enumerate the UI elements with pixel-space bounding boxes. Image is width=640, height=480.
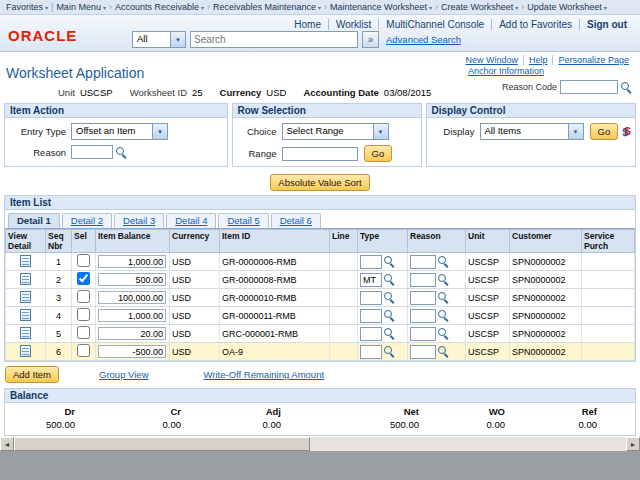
worklist-link[interactable]: Worklist [328, 19, 378, 30]
select-checkbox[interactable] [77, 290, 90, 303]
view-detail-icon[interactable] [20, 255, 31, 267]
type-input[interactable] [360, 255, 382, 269]
breadcrumb-item-accounts-receivable[interactable]: Accounts Receivable▾ [115, 2, 204, 12]
view-detail-icon[interactable] [20, 291, 31, 303]
search-scope-select[interactable]: All ▼ [132, 31, 186, 48]
item-action-reason-input[interactable] [71, 145, 113, 159]
col-line: Line [330, 230, 358, 253]
search-go-button[interactable]: » [362, 31, 379, 48]
type-lookup-icon[interactable] [384, 310, 395, 321]
type-lookup-icon[interactable] [384, 274, 395, 285]
view-detail-icon[interactable] [20, 273, 31, 285]
add-item-button[interactable]: Add Item [5, 366, 59, 383]
service-cell [582, 289, 635, 307]
breadcrumb-label: Main Menu [56, 2, 101, 12]
search-input[interactable] [190, 31, 358, 48]
display-select[interactable]: All Items ▼ [480, 123, 584, 140]
breadcrumb-item-update-worksheet[interactable]: Update Worksheet▾ [527, 2, 606, 12]
anchor-information-link[interactable]: Anchor Information [468, 66, 544, 76]
item-balance-cell: 20.00 [98, 327, 166, 340]
seq-nbr-cell: 1 [46, 253, 72, 271]
balance-dr-value: 500.00 [5, 419, 75, 430]
view-detail-icon[interactable] [20, 309, 31, 321]
multichannel-console-link[interactable]: MultiChannel Console [378, 19, 491, 30]
table-row-highlighted: 6 -500.00 USD OA-9 USCSP SPN0000002 [6, 343, 635, 361]
breadcrumb-label: Maintenance Worksheet [330, 2, 427, 12]
entry-type-select[interactable]: Offset an Item ▼ [71, 123, 168, 140]
select-checkbox[interactable] [77, 326, 90, 339]
portal-header-links: Home Worklist MultiChannel Console Add t… [287, 19, 634, 30]
absolute-value-sort-button[interactable]: Absolute Value Sort [270, 174, 369, 191]
select-checkbox[interactable] [77, 272, 90, 285]
scrollbar-track[interactable] [14, 437, 626, 451]
view-detail-icon[interactable] [20, 345, 31, 357]
item-id-cell: GR-0000010-RMB [220, 289, 330, 307]
tab-detail-4[interactable]: Detail 4 [166, 213, 216, 228]
currency-cell: USD [170, 307, 220, 325]
reason-lookup-icon[interactable] [438, 328, 449, 339]
select-checkbox[interactable] [77, 308, 90, 321]
select-checkbox[interactable] [77, 254, 90, 267]
reason-input[interactable] [410, 291, 436, 305]
advanced-search-link[interactable]: Advanced Search [386, 34, 461, 45]
reason-lookup-icon[interactable] [438, 346, 449, 357]
reason-code-input[interactable] [560, 80, 618, 94]
type-lookup-icon[interactable] [384, 256, 395, 267]
display-control-title: Display Control [427, 104, 635, 118]
scroll-left-button[interactable]: ◄ [0, 437, 14, 451]
balance-wo-value: 0.00 [419, 419, 505, 430]
scroll-right-button[interactable]: ► [626, 437, 640, 451]
reason-input[interactable] [410, 345, 436, 359]
reason-input[interactable] [410, 273, 436, 287]
reason-lookup-icon[interactable] [438, 292, 449, 303]
tab-detail-5[interactable]: Detail 5 [218, 213, 268, 228]
reason-code-lookup-icon[interactable] [621, 82, 632, 93]
unit-cell: USCSP [466, 271, 510, 289]
home-link[interactable]: Home [287, 19, 328, 30]
scrollbar-thumb[interactable] [14, 437, 310, 451]
tab-detail-2[interactable]: Detail 2 [62, 213, 112, 228]
display-go-button[interactable]: Go [590, 123, 619, 140]
type-input[interactable] [360, 309, 382, 323]
type-lookup-icon[interactable] [384, 328, 395, 339]
type-input[interactable] [360, 291, 382, 305]
type-input[interactable] [360, 273, 382, 287]
reason-lookup-icon[interactable] [438, 256, 449, 267]
breadcrumb-item-maintenance-worksheet[interactable]: Maintenance Worksheet▾ [330, 2, 432, 12]
breadcrumb-item-favorites[interactable]: Favorites▾ [6, 2, 48, 12]
type-input[interactable] [360, 327, 382, 341]
breadcrumb-item-create-worksheet[interactable]: Create Worksheet▾ [441, 2, 518, 12]
reason-input[interactable] [410, 327, 436, 341]
tab-detail-3[interactable]: Detail 3 [114, 213, 164, 228]
window-background [0, 451, 640, 480]
tab-detail-1[interactable]: Detail 1 [8, 213, 60, 228]
tab-detail-6[interactable]: Detail 6 [271, 213, 321, 228]
item-id-cell: GR-0000006-RMB [220, 253, 330, 271]
add-to-favorites-link[interactable]: Add to Favorites [491, 19, 579, 30]
reason-lookup-icon[interactable] [438, 310, 449, 321]
line-cell [330, 271, 358, 289]
reason-lookup-icon[interactable] [438, 274, 449, 285]
view-detail-icon[interactable] [20, 327, 31, 339]
seq-nbr-cell: 6 [46, 343, 72, 361]
reason-input[interactable] [410, 255, 436, 269]
type-lookup-icon[interactable] [384, 292, 395, 303]
balance-net-value: 500.00 [281, 419, 419, 430]
range-go-button[interactable]: Go [364, 145, 393, 162]
write-off-remaining-link[interactable]: Write-Off Remaining Amount [204, 369, 325, 380]
group-view-link[interactable]: Group View [99, 369, 148, 380]
type-input[interactable] [360, 345, 382, 359]
breadcrumb-item-receivables-maintenance[interactable]: Receivables Maintenance▾ [213, 2, 321, 12]
customer-cell: SPN0000002 [510, 271, 582, 289]
exchange-rate-icon[interactable]: $S [622, 126, 631, 138]
sign-out-link[interactable]: Sign out [579, 19, 634, 30]
choice-select[interactable]: Select Range ▼ [282, 123, 389, 140]
select-checkbox[interactable] [77, 344, 90, 357]
breadcrumb-item-main-menu[interactable]: Main Menu▾ [56, 2, 106, 12]
range-input[interactable] [282, 147, 358, 161]
reason-input[interactable] [410, 309, 436, 323]
type-lookup-icon[interactable] [384, 346, 395, 357]
item-id-cell: GR-0000008-RMB [220, 271, 330, 289]
balance-cr-value: 0.00 [75, 419, 181, 430]
item-action-reason-lookup-icon[interactable] [116, 147, 127, 158]
